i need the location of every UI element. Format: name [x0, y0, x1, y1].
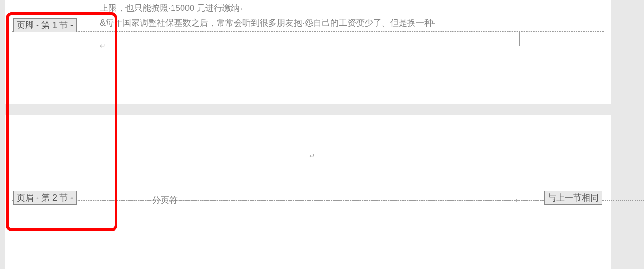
dots-before: [98, 200, 150, 201]
footer-section-label[interactable]: 页脚 - 第 1 节 -: [13, 18, 77, 32]
header-text-frame[interactable]: ↵: [98, 163, 520, 193]
page-2: ↵ 页眉 - 第 2 节 - 与上一节相同 分页符 ↵: [5, 115, 611, 269]
same-as-previous-label[interactable]: 与上一节相同: [544, 191, 602, 205]
header-section-label[interactable]: 页眉 - 第 2 节 -: [13, 191, 77, 205]
body-line-2: &每年国家调整社保基数之后，常常会听到很多朋友抱·怨自己的工资变少了。但是换一种: [100, 18, 433, 28]
soft-return-mark: -: [433, 19, 435, 27]
body-line-1: 上限，也只能按照·15000 元进行缴纳: [100, 3, 240, 13]
page-break-row: 分页符 ↵: [98, 194, 520, 206]
page-1: 上限，也只能按照·15000 元进行缴纳← &每年国家调整社保基数之后，常常会听…: [5, 0, 611, 104]
page-break-label: 分页符: [150, 194, 180, 206]
paragraph-mark: ↵: [100, 42, 106, 49]
frame-return-mark: ↵: [309, 152, 315, 160]
page-break-return: ↵: [515, 196, 520, 204]
footer-boundary-line: [12, 31, 604, 32]
margin-tick: [519, 31, 520, 46]
line-end-mark: ←: [240, 5, 246, 12]
body-text-area[interactable]: 上限，也只能按照·15000 元进行缴纳← &每年国家调整社保基数之后，常常会听…: [5, 0, 611, 30]
